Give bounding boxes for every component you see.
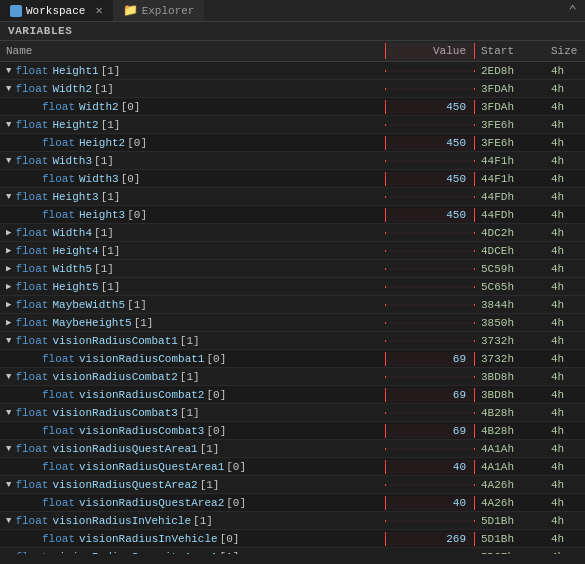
table-row[interactable]: ▶floatMaybeHeight5[1]3850h4h (0, 314, 585, 332)
table-row[interactable]: ▶floatHeight4[1]4DCEh4h (0, 242, 585, 260)
value-cell (385, 376, 475, 378)
start-cell: 5D27h (475, 550, 545, 555)
value-cell: 450 (385, 136, 475, 150)
tab-workspace-close[interactable]: ✕ (95, 3, 102, 18)
name-cell: ▼floatHeight3[1] (0, 190, 385, 204)
table-row[interactable]: ▼floatvisionRadiusQuestArea2[1]4A26h4h (0, 476, 585, 494)
table-row[interactable]: ▼floatHeight1[1]2ED8h4h (0, 62, 585, 80)
table-row[interactable]: floatWidth2[0]4503FDAh4h (0, 98, 585, 116)
size-cell: 4h (545, 442, 585, 456)
table-row[interactable]: ▶floatWidth5[1]5C59h4h (0, 260, 585, 278)
expand-arrow[interactable]: ▼ (6, 66, 11, 76)
size-cell: 4h (545, 100, 585, 114)
variable-name: visionRadiusQuestArea2 (52, 479, 197, 491)
table-row[interactable]: ▼floatvisionRadiusCombat2[1]3BD8h4h (0, 368, 585, 386)
table-row[interactable]: floatvisionRadiusCombat2[0]693BD8h4h (0, 386, 585, 404)
name-cell: floatHeight2[0] (0, 136, 385, 150)
table-row[interactable]: ▼floatHeight2[1]3FE6h4h (0, 116, 585, 134)
start-cell: 4A26h (475, 478, 545, 492)
table-row[interactable]: ▼floatvisionRadiusInVehicle[1]5D1Bh4h (0, 512, 585, 530)
variables-table[interactable]: ▼floatHeight1[1]2ED8h4h▼floatWidth2[1]3F… (0, 62, 585, 554)
child-spacer (24, 137, 40, 149)
table-row[interactable]: ▼floatvisionRadiusCombat3[1]4B28h4h (0, 404, 585, 422)
table-row[interactable]: floatWidth3[0]45044F1h4h (0, 170, 585, 188)
start-cell: 3844h (475, 298, 545, 312)
value-cell: 40 (385, 460, 475, 474)
variable-name: visionRadiusQuestArea1 (52, 443, 197, 455)
expand-arrow[interactable]: ▶ (6, 299, 11, 310)
table-row[interactable]: ▼floatWidth3[1]44F1h4h (0, 152, 585, 170)
expand-arrow[interactable]: ▼ (6, 408, 11, 418)
expand-arrow[interactable]: ▼ (6, 480, 11, 490)
panel-title: Variables (8, 25, 72, 37)
expand-arrow[interactable]: ▼ (6, 372, 11, 382)
size-cell: 4h (545, 550, 585, 555)
value-cell (385, 412, 475, 414)
table-row[interactable]: ▶floatMaybeWidth5[1]3844h4h (0, 296, 585, 314)
expand-arrow[interactable]: ▼ (6, 516, 11, 526)
expand-arrow[interactable]: ▶ (6, 263, 11, 274)
expand-arrow[interactable]: ▼ (6, 336, 11, 346)
expand-arrow[interactable]: ▶ (6, 317, 11, 328)
table-row[interactable]: floatvisionRadiusQuestArea1[0]404A1Ah4h (0, 458, 585, 476)
size-cell: 4h (545, 64, 585, 78)
indent-spacer (6, 461, 22, 473)
size-cell: 4h (545, 370, 585, 384)
table-row[interactable]: ▼floatvisionRadiusQuestArea1[1]4A1Ah4h (0, 440, 585, 458)
indent-spacer (6, 173, 22, 185)
name-cell: ▼floatvisionRadiusQuestArea2[1] (0, 478, 385, 492)
expand-arrow[interactable]: ▼ (6, 156, 11, 166)
subscript: [0] (127, 209, 147, 221)
table-row[interactable]: ▼floatvisionRadiusSecurityArea1[1]5D27h4… (0, 548, 585, 554)
table-row[interactable]: floatHeight3[0]45044FDh4h (0, 206, 585, 224)
expand-arrow[interactable]: ▼ (6, 192, 11, 202)
tab-bar: Workspace ✕ 📁 Explorer ⌃ (0, 0, 585, 22)
collapse-icon[interactable]: ⌃ (565, 2, 581, 19)
start-cell: 3850h (475, 316, 545, 330)
type-keyword: float (15, 281, 48, 293)
expand-arrow[interactable]: ▼ (6, 444, 11, 454)
start-cell: 3FDAh (475, 82, 545, 96)
subscript: [0] (220, 533, 240, 545)
variable-name: visionRadiusQuestArea2 (79, 497, 224, 509)
type-keyword: float (15, 227, 48, 239)
tab-explorer[interactable]: 📁 Explorer (113, 0, 205, 21)
name-cell: ▼floatvisionRadiusCombat2[1] (0, 370, 385, 384)
table-row[interactable]: ▼floatWidth2[1]3FDAh4h (0, 80, 585, 98)
name-cell: floatvisionRadiusInVehicle[0] (0, 532, 385, 546)
type-keyword: float (15, 155, 48, 167)
variable-name: visionRadiusSecurityArea1 (52, 551, 217, 555)
tab-workspace-label: Workspace (26, 5, 85, 17)
subscript: [0] (121, 101, 141, 113)
table-row[interactable]: floatvisionRadiusQuestArea2[0]404A26h4h (0, 494, 585, 512)
type-keyword: float (15, 407, 48, 419)
expand-arrow[interactable]: ▼ (6, 120, 11, 130)
table-row[interactable]: ▶floatHeight5[1]5C65h4h (0, 278, 585, 296)
explorer-folder-icon: 📁 (123, 3, 138, 18)
type-keyword: float (15, 443, 48, 455)
table-row[interactable]: ▼floatHeight3[1]44FDh4h (0, 188, 585, 206)
table-row[interactable]: floatvisionRadiusCombat1[0]693732h4h (0, 350, 585, 368)
tab-workspace[interactable]: Workspace ✕ (0, 0, 113, 21)
size-cell: 4h (545, 280, 585, 294)
type-keyword: float (42, 101, 75, 113)
name-cell: ▶floatMaybeHeight5[1] (0, 316, 385, 330)
table-row[interactable]: floatvisionRadiusCombat3[0]694B28h4h (0, 422, 585, 440)
size-cell: 4h (545, 334, 585, 348)
expand-arrow[interactable]: ▶ (6, 245, 11, 256)
table-row[interactable]: ▼floatvisionRadiusCombat1[1]3732h4h (0, 332, 585, 350)
start-cell: 4DC2h (475, 226, 545, 240)
name-cell: ▼floatvisionRadiusCombat1[1] (0, 334, 385, 348)
table-row[interactable]: floatvisionRadiusInVehicle[0]2695D1Bh4h (0, 530, 585, 548)
variable-name: Width3 (79, 173, 119, 185)
start-cell: 5C65h (475, 280, 545, 294)
expand-arrow[interactable]: ▶ (6, 227, 11, 238)
value-cell: 269 (385, 532, 475, 546)
expand-arrow[interactable]: ▶ (6, 281, 11, 292)
value-cell: 40 (385, 496, 475, 510)
variable-name: visionRadiusCombat1 (52, 335, 177, 347)
table-row[interactable]: floatHeight2[0]4503FE6h4h (0, 134, 585, 152)
expand-arrow[interactable]: ▼ (6, 552, 11, 555)
expand-arrow[interactable]: ▼ (6, 84, 11, 94)
table-row[interactable]: ▶floatWidth4[1]4DC2h4h (0, 224, 585, 242)
